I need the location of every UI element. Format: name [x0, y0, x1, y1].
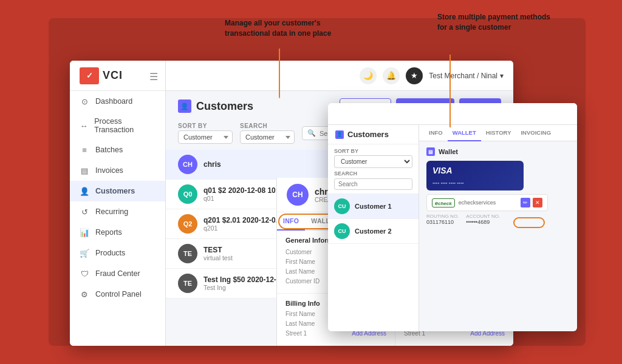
- billing-key-street: Street 1: [285, 330, 328, 337]
- info-key-lastname: Last Name: [285, 268, 328, 275]
- sw-avatar-2: CU: [334, 223, 350, 239]
- routing-row: ROUTING NO. 031176110 ACCOUNT NO. ••••••…: [426, 214, 570, 225]
- echeck-left: echeck echeckservices: [432, 198, 496, 207]
- sw-wallet-content: ▤ Wallet VISA •••• •••• •••• •••• echeck: [419, 141, 577, 331]
- echeck-edit-button[interactable]: ✏: [521, 198, 530, 207]
- sw-tab-wallet[interactable]: WALLET: [448, 125, 481, 141]
- routing-no-value: 031176110: [426, 219, 459, 225]
- sw-sort-select[interactable]: Customer: [334, 155, 412, 168]
- sidebar-label-batches: Batches: [95, 146, 123, 154]
- user-chevron: ▾: [500, 72, 504, 80]
- sidebar-label-products: Products: [95, 249, 125, 257]
- sidebar-label-reports: Reports: [95, 228, 122, 237]
- routing-no-label: ROUTING NO.: [426, 214, 459, 219]
- sw-avatar-1: CU: [334, 198, 350, 214]
- sw-filters: SORT BY Customer SEARCH: [328, 144, 419, 194]
- sidebar-item-products[interactable]: 🛒 Products: [70, 243, 165, 263]
- sidebar: ✓ VCI ☰ ⊙ Dashboard ↔ Process Transactio…: [70, 61, 166, 346]
- visa-logo: VISA: [432, 166, 518, 175]
- sidebar-label-recurring: Recurring: [95, 207, 128, 216]
- dashboard-icon: ⊙: [80, 96, 89, 106]
- billing-key-lastname: Last Name: [285, 320, 328, 327]
- account-no-item: ACCOUNT NO. ••••••4689: [466, 214, 500, 225]
- page-title-text: Customers: [196, 100, 253, 113]
- sidebar-label-dashboard: Dashboard: [95, 97, 132, 106]
- sort-by-label: SORT BY: [178, 123, 233, 129]
- sidebar-item-process-transaction[interactable]: ↔ Process Transaction: [70, 112, 165, 140]
- invoices-icon: ▤: [80, 166, 89, 175]
- sidebar-item-control-panel[interactable]: ⚙ Control Panel: [70, 284, 165, 305]
- annotation-left-text: Manage all your customer's transactional…: [225, 18, 334, 39]
- sidebar-item-fraud-center[interactable]: 🛡 Fraud Center: [70, 263, 165, 284]
- sidebar-item-invoices[interactable]: ▤ Invoices: [70, 160, 165, 181]
- sw-topbar: [328, 103, 577, 125]
- account-no-label: ACCOUNT NO.: [466, 214, 500, 219]
- sw-search-label: SEARCH: [334, 170, 412, 177]
- echeck-logo: echeck: [432, 198, 455, 207]
- sw-sidebar: 👤 Customers SORT BY Customer SEARCH CU C…: [328, 125, 419, 331]
- sw-body: 👤 Customers SORT BY Customer SEARCH CU C…: [328, 125, 577, 331]
- sidebar-label-control: Control Panel: [95, 290, 142, 298]
- sidebar-item-customers[interactable]: 👤 Customers: [70, 181, 165, 201]
- process-icon: ↔: [80, 121, 88, 130]
- user-menu[interactable]: Test Merchant / Ninal ▾: [429, 72, 504, 80]
- tab-info[interactable]: INFO: [277, 212, 305, 231]
- sw-tab-history[interactable]: HISTORY: [481, 125, 516, 141]
- user-name: Test Merchant / Ninal: [429, 72, 497, 80]
- sw-title-text: Customers: [347, 130, 389, 139]
- topbar: 🌙 🔔 ★ Test Merchant / Ninal ▾: [166, 61, 513, 91]
- info-key-customer: Customer: [285, 249, 328, 255]
- avatar-te1: TE: [178, 244, 197, 263]
- wallet-icon: ▤: [426, 147, 435, 156]
- products-icon: 🛒: [80, 248, 89, 258]
- sidebar-item-reports[interactable]: 📊 Reports: [70, 222, 165, 243]
- echeck-info: echeckservices: [459, 200, 496, 206]
- sw-tabs: INFO WALLET HISTORY INVOICING: [419, 125, 577, 141]
- sw-tab-info[interactable]: INFO: [424, 125, 448, 141]
- sw-customers-icon: 👤: [335, 130, 344, 139]
- bell-icon[interactable]: 🔔: [383, 67, 400, 84]
- sidebar-label-customers: Customers: [95, 187, 135, 195]
- billing-key-firstname: First Name: [285, 311, 328, 317]
- sw-sort-label: SORT BY: [334, 148, 412, 154]
- annotation-right-text: Store multiple payment methods for a sin…: [437, 12, 559, 33]
- sort-by-group: SORT BY Customer: [178, 123, 233, 144]
- second-window: 👤 Customers SORT BY Customer SEARCH CU C…: [328, 103, 577, 331]
- echeck-delete-button[interactable]: ✕: [533, 198, 542, 207]
- sw-title: 👤 Customers: [335, 130, 411, 139]
- sw-customer-name-2: Customer 2: [355, 228, 392, 235]
- info-key-firstname: First Name: [285, 258, 328, 265]
- sidebar-item-recurring[interactable]: ↺ Recurring: [70, 201, 165, 222]
- avatar-q0: Q0: [178, 184, 197, 204]
- sidebar-label-fraud: Fraud Center: [95, 269, 140, 278]
- card-placeholder: •••• •••• •••• ••••: [432, 180, 518, 186]
- echeck-sub: echeckservices: [459, 200, 496, 206]
- sidebar-label-process: Process Transaction: [94, 117, 156, 134]
- search-by-select[interactable]: Customer: [240, 130, 295, 144]
- logo-text: VCI: [103, 69, 123, 82]
- search-icon: 🔍: [307, 129, 316, 137]
- avatar-q2: Q2: [178, 214, 197, 234]
- menu-icon[interactable]: ☰: [149, 71, 158, 83]
- sort-by-select[interactable]: Customer: [178, 130, 233, 144]
- search-by-group: SEARCH Customer: [240, 123, 295, 144]
- batches-icon: ≡: [80, 145, 89, 155]
- avatar-ch: CH: [178, 155, 197, 174]
- customers-page-icon: 👤: [178, 99, 191, 113]
- star-icon[interactable]: ★: [406, 67, 423, 84]
- fraud-icon: 🛡: [80, 269, 89, 278]
- sw-customer-row-2[interactable]: CU Customer 2: [328, 219, 419, 244]
- customers-icon: 👤: [80, 186, 89, 196]
- sidebar-item-dashboard[interactable]: ⊙ Dashboard: [70, 91, 165, 112]
- reports-icon: 📊: [80, 228, 89, 237]
- moon-icon[interactable]: 🌙: [360, 67, 377, 84]
- sidebar-item-batches[interactable]: ≡ Batches: [70, 140, 165, 160]
- sw-tab-invoicing[interactable]: INVOICING: [516, 125, 556, 141]
- routing-no-item: ROUTING NO. 031176110: [426, 214, 459, 225]
- sw-header: 👤 Customers: [328, 125, 419, 144]
- sw-customer-row-1[interactable]: CU Customer 1: [328, 194, 419, 219]
- sw-search-input[interactable]: [334, 178, 412, 190]
- account-no-value: ••••••4689: [466, 219, 500, 225]
- avatar-te2: TE: [178, 274, 197, 293]
- info-key-customerid: Customer ID: [285, 278, 328, 285]
